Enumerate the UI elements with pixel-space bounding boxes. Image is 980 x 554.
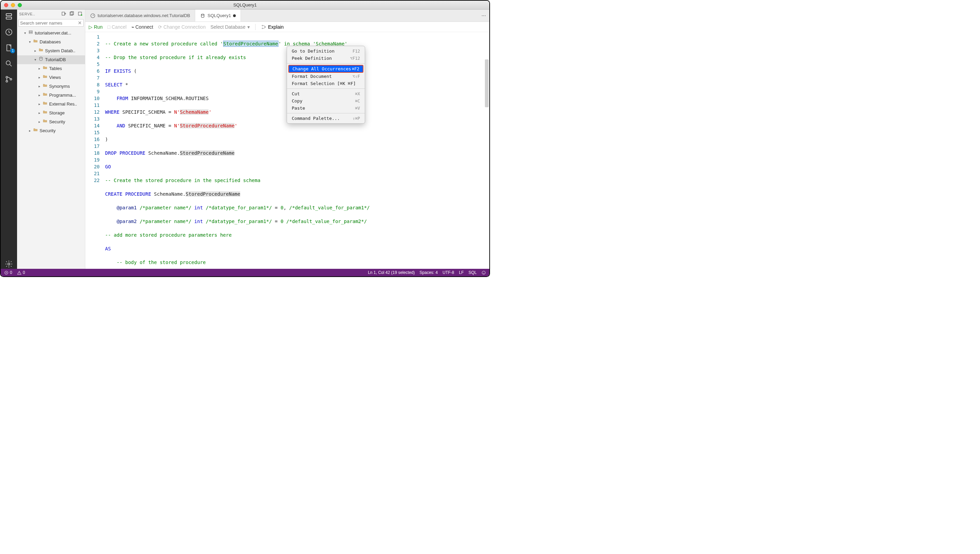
- tree-label: Synonyms: [49, 83, 70, 90]
- query-toolbar: ▷ Run □ Cancel ⌁ Connect ⟳ Change Connec…: [85, 22, 489, 32]
- plug-icon: ⌁: [131, 24, 134, 30]
- history-view-button[interactable]: [4, 27, 14, 37]
- tree-label: External Res..: [49, 101, 77, 108]
- status-errors[interactable]: 0: [4, 270, 12, 275]
- new-connection-icon[interactable]: [61, 11, 67, 17]
- tables-tree-item[interactable]: ▸ Tables: [17, 64, 85, 73]
- system-databases-tree-item[interactable]: ▸ System Datab..: [17, 46, 85, 55]
- toolbar-separator: [255, 24, 256, 30]
- run-button[interactable]: ▷ Run: [89, 24, 103, 30]
- tab-more-button[interactable]: ⋯: [478, 10, 489, 22]
- cancel-label: Cancel: [111, 24, 127, 30]
- explorer-view-button[interactable]: 1: [4, 43, 14, 53]
- svg-point-22: [482, 271, 485, 274]
- status-cursor-position[interactable]: Ln 1, Col 42 (19 selected): [368, 270, 415, 275]
- settings-button[interactable]: [4, 259, 14, 269]
- explain-button[interactable]: Explain: [261, 24, 283, 30]
- activity-bar: 1: [1, 10, 17, 269]
- expand-icon[interactable]: ▸: [38, 109, 41, 117]
- close-window-button[interactable]: [4, 3, 8, 7]
- ctx-peek-definition[interactable]: Peek Definition ⌥F12: [287, 55, 365, 62]
- sqlquery-tab[interactable]: SQLQuery1: [195, 10, 241, 22]
- folder-icon: [42, 118, 48, 126]
- change-connection-button[interactable]: ⟳ Change Connection: [158, 24, 206, 30]
- svg-point-4: [6, 77, 8, 78]
- window-titlebar: SQLQuery1: [1, 1, 489, 10]
- ctx-cut[interactable]: Cut ⌘X: [287, 90, 365, 97]
- external-resources-tree-item[interactable]: ▸ External Res..: [17, 100, 85, 109]
- folder-icon: [38, 47, 44, 55]
- folder-icon: [33, 38, 38, 46]
- tree-label: Storage: [49, 109, 65, 117]
- cancel-button[interactable]: □ Cancel: [108, 24, 127, 30]
- show-active-connections-icon[interactable]: [78, 11, 83, 17]
- status-indentation[interactable]: Spaces: 4: [420, 270, 438, 275]
- editor-area[interactable]: 12345678910111213141516171819202122 -- C…: [85, 32, 489, 269]
- expand-icon[interactable]: ▸: [38, 65, 41, 72]
- tutorialdb-tree-item[interactable]: ▾ TutorialDB: [17, 55, 85, 64]
- tree-label: Views: [49, 74, 61, 81]
- tab-label: tutorialserver.database.windows.net:Tuto…: [98, 13, 190, 18]
- server-security-tree-item[interactable]: ▸ Security: [17, 126, 85, 135]
- databases-tree-item[interactable]: ▾ Databases: [17, 38, 85, 46]
- ctx-change-all-occurrences[interactable]: Change All Occurrences ⌘F2: [288, 65, 363, 73]
- synonyms-tree-item[interactable]: ▸ Synonyms: [17, 82, 85, 91]
- minimize-window-button[interactable]: [11, 3, 15, 7]
- storage-tree-item[interactable]: ▸ Storage: [17, 109, 85, 118]
- status-bar: 0 0 Ln 1, Col 42 (19 selected) Spaces: 4…: [1, 269, 489, 276]
- svg-rect-0: [6, 14, 11, 16]
- expand-icon[interactable]: ▸: [38, 91, 41, 99]
- tree-label: tutorialserver.dat...: [35, 29, 71, 37]
- folder-icon: [42, 74, 48, 81]
- stop-icon: □: [108, 24, 110, 30]
- expand-icon[interactable]: ▸: [33, 47, 37, 55]
- server-search-box[interactable]: ✕: [18, 19, 84, 27]
- ctx-copy[interactable]: Copy ⌘C: [287, 97, 365, 104]
- db-security-tree-item[interactable]: ▸ Security: [17, 118, 85, 126]
- status-language[interactable]: SQL: [468, 270, 477, 275]
- chevron-down-icon: ▾: [247, 24, 250, 30]
- server-search-input[interactable]: [20, 21, 78, 26]
- tab-label: SQLQuery1: [207, 13, 231, 18]
- views-tree-item[interactable]: ▸ Views: [17, 73, 85, 82]
- expand-icon[interactable]: ▸: [38, 101, 41, 108]
- tree-label: Tables: [49, 65, 62, 72]
- status-feedback-icon[interactable]: [482, 270, 486, 275]
- expand-icon[interactable]: ▾: [23, 29, 27, 37]
- expand-icon[interactable]: ▸: [28, 127, 32, 134]
- source-control-view-button[interactable]: [4, 75, 14, 84]
- status-encoding[interactable]: UTF-8: [442, 270, 454, 275]
- ctx-paste[interactable]: Paste ⌘V: [287, 104, 365, 112]
- server-tree-item[interactable]: ▾ tutorialserver.dat...: [17, 29, 85, 38]
- svg-point-18: [262, 25, 263, 26]
- svg-point-3: [6, 61, 10, 65]
- ctx-separator: [287, 113, 365, 113]
- expand-icon[interactable]: ▾: [28, 38, 32, 46]
- programmability-tree-item[interactable]: ▸ Programma...: [17, 91, 85, 100]
- ctx-format-document[interactable]: Format Document ⌥⇧F: [287, 73, 365, 80]
- status-warnings[interactable]: 0: [17, 270, 25, 275]
- svg-rect-14: [29, 32, 32, 34]
- servers-view-button[interactable]: [4, 11, 14, 21]
- search-view-button[interactable]: [4, 59, 14, 68]
- svg-point-7: [8, 263, 10, 265]
- svg-point-15: [40, 57, 42, 58]
- status-eol[interactable]: LF: [459, 270, 464, 275]
- dashboard-tab[interactable]: tutorialserver.database.windows.net:Tuto…: [85, 10, 195, 22]
- expand-icon[interactable]: ▾: [33, 56, 37, 64]
- new-group-icon[interactable]: [69, 11, 75, 17]
- ctx-format-selection[interactable]: Format Selection [⌘K ⌘F]: [287, 80, 365, 87]
- expand-icon[interactable]: ▸: [38, 118, 41, 126]
- svg-point-12: [81, 14, 82, 16]
- ctx-command-palette[interactable]: Command Palette... ⇧⌘P: [287, 115, 365, 122]
- select-database-dropdown[interactable]: Select Database ▾: [210, 24, 250, 30]
- ctx-goto-definition[interactable]: Go to Definition F12: [287, 48, 365, 55]
- maximize-window-button[interactable]: [18, 3, 22, 7]
- expand-icon[interactable]: ▸: [38, 83, 41, 90]
- connect-button[interactable]: ⌁ Connect: [131, 24, 153, 30]
- expand-icon[interactable]: ▸: [38, 74, 41, 81]
- editor-scrollbar[interactable]: [485, 59, 488, 107]
- clear-search-icon[interactable]: ✕: [78, 20, 82, 26]
- svg-rect-13: [29, 31, 32, 32]
- tree-label: Databases: [40, 38, 61, 46]
